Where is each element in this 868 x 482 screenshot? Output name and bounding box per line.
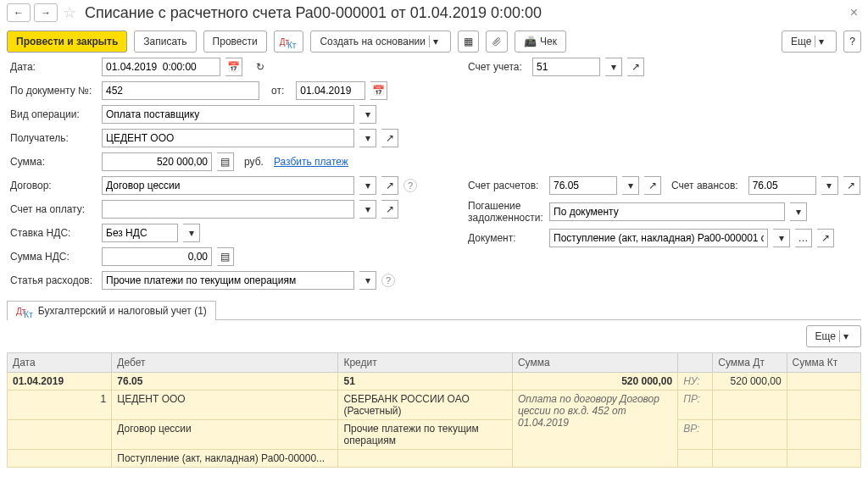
write-button[interactable]: Записать xyxy=(134,30,196,53)
account-calc-input[interactable] xyxy=(554,180,613,191)
doc-date-input[interactable] xyxy=(300,85,361,97)
favorite-star-icon[interactable]: ☆ xyxy=(61,4,78,21)
help-icon[interactable]: ? xyxy=(381,274,395,287)
recipient-input[interactable] xyxy=(106,132,350,144)
table-row[interactable]: 1 ЦЕДЕНТ ООО СБЕРБАНК РОССИИ ОАО (Расчет… xyxy=(8,391,861,420)
dropdown-icon[interactable]: ▾ xyxy=(605,58,622,76)
vat-rate-label: Ставка НДС: xyxy=(10,227,97,239)
col-date: Дата xyxy=(8,353,112,373)
dropdown-icon[interactable]: ▾ xyxy=(359,176,376,195)
dropdown-icon[interactable]: ▾ xyxy=(359,271,376,290)
more-button[interactable]: Еще ▾ xyxy=(782,30,837,53)
dtkt-icon: Дт xyxy=(16,307,35,316)
structure-button[interactable]: ▦ xyxy=(458,30,479,53)
dropdown-icon[interactable]: ▾ xyxy=(183,224,200,242)
post-and-close-button[interactable]: Провести и закрыть xyxy=(7,30,127,53)
help-button[interactable]: ? xyxy=(843,30,861,53)
dropdown-icon[interactable]: ▾ xyxy=(359,105,376,124)
table-more-button[interactable]: Еще ▾ xyxy=(806,325,861,347)
vat-sum-label: Сумма НДС: xyxy=(10,251,97,263)
vat-rate-input[interactable] xyxy=(106,227,174,239)
page-title: Списание с расчетного счета Ра00-000001 … xyxy=(85,4,843,22)
calculator-icon[interactable]: ▤ xyxy=(217,247,234,266)
open-icon[interactable]: ↗ xyxy=(644,176,661,195)
currency-label: руб. xyxy=(244,156,264,168)
dropdown-icon[interactable]: ▾ xyxy=(821,176,838,195)
table-row[interactable]: Договор цессии Прочие платежи по текущим… xyxy=(8,420,861,450)
dropdown-icon[interactable]: ▾ xyxy=(359,200,376,219)
doc-no-input[interactable] xyxy=(106,85,255,97)
sum-label: Сумма: xyxy=(10,156,97,168)
table-row[interactable]: Поступление (акт, накладная) Ра00-00000.… xyxy=(8,450,861,468)
open-icon[interactable]: ↗ xyxy=(817,229,834,247)
col-amount-dt: Сумма Дт xyxy=(713,353,787,373)
date-label: Дата: xyxy=(10,61,97,73)
refresh-icon[interactable]: ↻ xyxy=(256,61,264,73)
dropdown-icon: ▾ xyxy=(839,330,852,342)
paperclip-icon xyxy=(492,36,502,47)
vat-sum-input[interactable] xyxy=(106,251,208,263)
tab-accounting[interactable]: Дт Бухгалтерский и налоговый учет (1) xyxy=(7,301,216,320)
doc-no-label: По документу №: xyxy=(10,85,97,97)
dtkt-icon: Дт xyxy=(280,37,298,47)
contract-label: Договор: xyxy=(10,180,97,191)
recipient-label: Получатель: xyxy=(10,132,97,144)
contract-input[interactable] xyxy=(106,180,350,191)
account-input[interactable] xyxy=(537,61,596,73)
nav-forward-button[interactable]: → xyxy=(34,3,58,22)
account-label: Счет учета: xyxy=(468,61,527,73)
attachment-button[interactable] xyxy=(486,30,508,53)
create-based-button[interactable]: Создать на основании ▾ xyxy=(310,30,451,53)
from-label: от: xyxy=(271,85,284,97)
nav-back-button[interactable]: ← xyxy=(7,3,31,22)
paydebt-input[interactable] xyxy=(554,206,781,218)
col-debit: Дебет xyxy=(112,353,338,373)
table-row[interactable]: 01.04.2019 76.05 51 520 000,00 НУ: 520 0… xyxy=(8,373,861,391)
col-credit: Кредит xyxy=(338,353,513,373)
invoice-input[interactable] xyxy=(106,203,350,215)
dtkt-button[interactable]: Дт xyxy=(274,30,304,53)
col-amount-kt: Сумма Кт xyxy=(787,353,860,373)
col-amount: Сумма xyxy=(512,353,677,373)
account-advance-input[interactable] xyxy=(753,180,812,191)
document-input[interactable] xyxy=(554,232,764,244)
open-icon[interactable]: ↗ xyxy=(843,176,860,195)
entries-table: Дата Дебет Кредит Сумма Сумма Дт Сумма К… xyxy=(7,352,861,468)
date-input[interactable] xyxy=(106,61,216,73)
dropdown-icon: ▾ xyxy=(429,36,442,47)
calculator-icon[interactable]: ▤ xyxy=(217,152,234,171)
open-icon[interactable]: ↗ xyxy=(381,129,398,147)
calendar-icon[interactable]: 📅 xyxy=(225,58,242,76)
cheque-button[interactable]: 📠 Чек xyxy=(515,30,566,53)
dropdown-icon[interactable]: ▾ xyxy=(359,129,376,147)
account-calc-label: Счет расчетов: xyxy=(468,180,544,191)
calendar-icon[interactable]: 📅 xyxy=(370,81,387,100)
dropdown-icon: ▾ xyxy=(815,36,827,47)
more-icon[interactable]: … xyxy=(795,229,812,247)
paydebt-label: Погашение задолженности: xyxy=(468,200,544,224)
dropdown-icon[interactable]: ▾ xyxy=(773,229,790,247)
open-icon[interactable]: ↗ xyxy=(381,200,398,219)
expense-label: Статья расходов: xyxy=(10,274,97,286)
post-button[interactable]: Провести xyxy=(203,30,267,53)
document-label: Документ: xyxy=(468,232,544,244)
expense-input[interactable] xyxy=(106,274,350,286)
account-advance-label: Счет авансов: xyxy=(671,180,738,191)
dropdown-icon[interactable]: ▾ xyxy=(622,176,639,195)
dropdown-icon[interactable]: ▾ xyxy=(790,202,807,221)
help-icon[interactable]: ? xyxy=(403,179,417,192)
op-type-label: Вид операции: xyxy=(10,108,97,120)
op-type-input[interactable] xyxy=(106,108,350,120)
invoice-label: Счет на оплату: xyxy=(10,203,97,215)
sum-input[interactable] xyxy=(106,156,208,168)
split-payment-link[interactable]: Разбить платеж xyxy=(274,156,348,168)
close-button[interactable]: × xyxy=(847,5,861,20)
open-icon[interactable]: ↗ xyxy=(381,176,398,195)
open-icon[interactable]: ↗ xyxy=(627,58,644,76)
